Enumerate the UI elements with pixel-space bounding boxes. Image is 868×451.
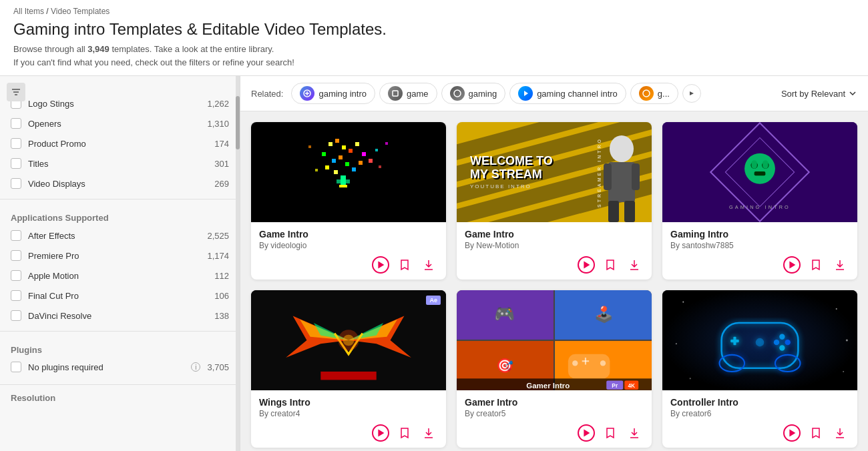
card-info-gamer-intro: Gamer Intro By creator5: [457, 390, 652, 448]
breadcrumb-part2[interactable]: Video Templates: [51, 7, 110, 16]
tag-game[interactable]: game: [379, 83, 437, 104]
download-button-controller-intro[interactable]: [831, 424, 849, 442]
bookmark-button-controller-intro[interactable]: [807, 424, 825, 442]
filter-checkbox-openers[interactable]: [11, 118, 21, 129]
svg-rect-102: [722, 323, 799, 368]
svg-rect-22: [345, 162, 349, 166]
preview-button-game-intro-2[interactable]: [577, 256, 596, 274]
page-title: Gaming intro Templates & Editable Video …: [13, 20, 855, 39]
svg-marker-109: [789, 430, 795, 437]
svg-rect-26: [359, 161, 363, 165]
svg-point-108: [846, 339, 848, 341]
preview-button-wings-intro[interactable]: [371, 424, 390, 442]
preview-button-controller-intro[interactable]: [783, 424, 801, 442]
subtitle-count: 3,949: [87, 44, 110, 54]
filter-item-titles[interactable]: Titles 301: [11, 153, 229, 173]
bookmark-button-game-intro-2[interactable]: [601, 256, 620, 274]
tag-label-gaming: gaming: [469, 89, 497, 99]
card-info-game-intro-1: Game Intro By videologio: [251, 222, 446, 280]
filter-label-product-promo: Product Promo: [28, 139, 208, 149]
filter-item-after-effects[interactable]: After Effects 2,525: [11, 226, 229, 246]
filter-label-apple-motion: Apple Motion: [28, 271, 208, 281]
svg-rect-12: [329, 142, 333, 146]
sidebar-scrollbar-track[interactable]: [236, 76, 240, 451]
card-actions-gamer-intro: [465, 424, 644, 442]
filter-item-apple-motion[interactable]: Apple Motion 112: [11, 266, 229, 286]
download-button-gamer-intro[interactable]: [625, 424, 644, 442]
tag-gaming-channel-intro[interactable]: gaming channel intro: [509, 83, 626, 104]
info-icon-no-plugins[interactable]: i: [191, 362, 200, 372]
filter-item-final-cut-pro[interactable]: Final Cut Pro 106: [11, 286, 229, 306]
svg-rect-23: [369, 159, 373, 163]
filter-checkbox-titles[interactable]: [11, 158, 21, 169]
filter-item-premiere-pro[interactable]: Premiere Pro 1,174: [11, 246, 229, 266]
download-button-gaming-intro-1[interactable]: [831, 256, 849, 274]
preview-button-gaming-intro-1[interactable]: [783, 256, 801, 274]
bookmark-button-wings-intro[interactable]: [395, 424, 414, 442]
svg-marker-36: [378, 262, 384, 269]
filter-item-openers[interactable]: Openers 1,310: [11, 113, 229, 133]
filter-checkbox-no-plugins[interactable]: [11, 362, 21, 372]
download-button-game-intro-2[interactable]: [625, 256, 644, 274]
breadcrumb-part1[interactable]: All Items: [13, 7, 44, 16]
svg-text:GAMING INTRO: GAMING INTRO: [729, 204, 791, 210]
filter-item-video-displays[interactable]: Video Displays 269: [11, 173, 229, 193]
template-card-gamer-intro: 🎮 🕹️ 🎯 Gamer Intro: [457, 290, 652, 448]
filter-item-no-plugins[interactable]: No plugins required i 3,705: [11, 358, 229, 376]
filter-checkbox-final-cut-pro[interactable]: [11, 290, 21, 301]
filter-count-openers: 1,310: [207, 119, 229, 129]
svg-rect-18: [332, 159, 336, 163]
preview-button-gamer-intro[interactable]: [577, 424, 596, 442]
more-tags-button[interactable]: [682, 84, 701, 103]
filter-count-logo-stings: 1,262: [207, 99, 229, 109]
download-button-game-intro-1[interactable]: [419, 256, 438, 274]
sort-label: Sort by Relevant: [781, 89, 845, 99]
svg-rect-28: [337, 179, 341, 183]
page-subtitle: Browse through all 3,949 templates. Take…: [13, 43, 855, 69]
filter-item-product-promo[interactable]: Product Promo 174: [11, 133, 229, 153]
filter-checkbox-davinci-resolve[interactable]: [11, 310, 21, 321]
tag-gaming-intro[interactable]: gaming intro: [291, 83, 375, 104]
download-button-wings-intro[interactable]: [419, 424, 438, 442]
bookmark-button-gamer-intro[interactable]: [601, 424, 620, 442]
template-card-game-intro-2: WELCOME TOMY STREAM YOUTUBE INTRO: [457, 122, 652, 280]
svg-rect-15: [322, 152, 326, 156]
filter-count-apple-motion: 112: [214, 271, 229, 281]
bookmark-button-gaming-intro-1[interactable]: [807, 256, 825, 274]
filter-toggle-button[interactable]: [7, 83, 25, 101]
svg-rect-24: [334, 170, 338, 174]
filter-checkbox-premiere-pro[interactable]: [11, 250, 21, 261]
filter-item-davinci-resolve[interactable]: DaVinci Resolve 138: [11, 306, 229, 326]
card-info-gaming-intro-1: Gaming Intro By santoshw7885: [662, 222, 857, 280]
sidebar: Logo Stings 1,262 Openers 1,310 Product …: [0, 76, 240, 451]
svg-marker-50: [584, 262, 590, 269]
bookmark-button-game-intro-1[interactable]: [395, 256, 414, 274]
svg-text:Gamer Intro: Gamer Intro: [526, 382, 570, 390]
svg-marker-62: [789, 262, 795, 269]
card-thumb-controller-intro: [662, 290, 857, 390]
card-title-gamer-intro: Gamer Intro: [465, 397, 644, 408]
tag-gaming[interactable]: gaming: [441, 83, 506, 104]
filter-checkbox-apple-motion[interactable]: [11, 270, 21, 281]
filter-label-final-cut-pro: Final Cut Pro: [28, 291, 208, 301]
filter-checkbox-after-effects[interactable]: [11, 230, 21, 241]
card-info-game-intro-2: Game Intro By New-Motion: [457, 222, 652, 280]
svg-rect-33: [379, 165, 381, 168]
filter-item-logo-stings[interactable]: Logo Stings 1,262: [11, 93, 229, 113]
related-bar: Related: gaming intro game: [240, 76, 868, 111]
sort-dropdown[interactable]: Sort by Relevant: [781, 89, 857, 99]
filter-checkbox-video-displays[interactable]: [11, 178, 21, 189]
preview-button-game-intro-1[interactable]: [371, 256, 390, 274]
filter-checkbox-product-promo[interactable]: [11, 138, 21, 149]
card-title-wings-intro: Wings Intro: [259, 397, 438, 408]
sidebar-scrollbar-thumb[interactable]: [236, 96, 240, 149]
card-actions-game-intro-2: [465, 256, 644, 274]
svg-point-80: [600, 360, 606, 366]
svg-rect-67: [320, 372, 376, 380]
card-actions-controller-intro: [670, 424, 849, 442]
svg-point-9: [643, 90, 650, 97]
svg-text:Pr: Pr: [612, 382, 618, 389]
preview-circle: [372, 256, 389, 274]
tag-g5[interactable]: g...: [630, 83, 678, 104]
tag-icon-gaming: [450, 86, 465, 101]
